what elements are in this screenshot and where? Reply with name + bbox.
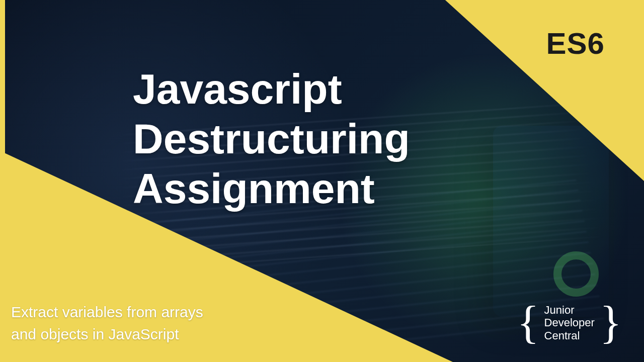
left-brace-icon: { xyxy=(517,304,539,341)
green-ring-icon xyxy=(553,251,599,297)
brand-logo-text: Junior Developer Central xyxy=(544,304,595,342)
main-title: Javascript Destructuring Assignment xyxy=(133,64,410,214)
right-brace-icon: } xyxy=(600,304,622,341)
brand-line-1: Junior xyxy=(544,304,595,316)
subtitle-text: Extract variables from arrays and object… xyxy=(11,301,203,345)
brand-line-3: Central xyxy=(544,329,595,342)
es6-badge: ES6 xyxy=(546,26,605,61)
brand-line-2: Developer xyxy=(544,316,595,329)
secondary-device-hint xyxy=(493,126,609,317)
brand-logo: { Junior Developer Central } xyxy=(517,304,622,342)
